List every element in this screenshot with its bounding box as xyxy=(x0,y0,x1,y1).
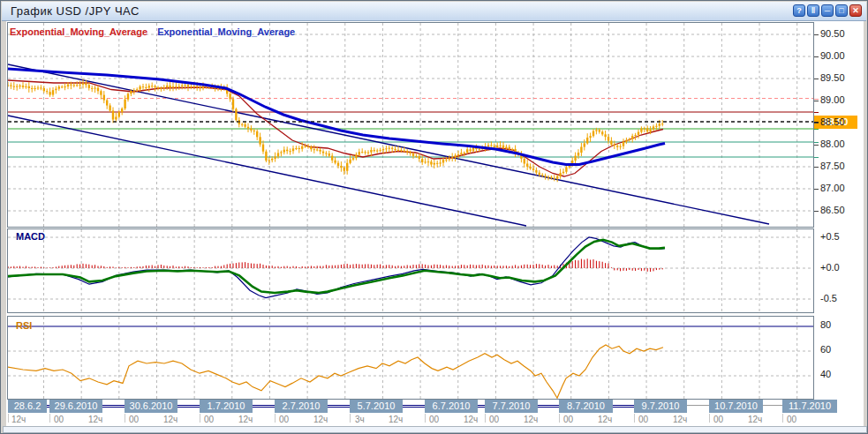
date-connector xyxy=(328,405,350,408)
time-label: 12ч xyxy=(748,415,762,424)
price-axis-tick xyxy=(814,34,819,35)
date-connector xyxy=(177,405,200,408)
day-separator xyxy=(200,414,200,423)
price-axis-label: 86.50 xyxy=(820,205,845,215)
date-label: 7.7.2010 xyxy=(485,400,538,413)
window-title: График USD /JPY ЧАС xyxy=(2,4,140,18)
time-label: 12ч xyxy=(598,415,612,424)
time-label: 3ч xyxy=(355,415,365,424)
rsi-axis-label: 60 xyxy=(820,344,831,355)
time-label: 00 xyxy=(279,415,289,424)
pause-button[interactable]: ‖ xyxy=(807,4,819,17)
time-label: 12ч xyxy=(313,415,328,424)
time-label: 12ч xyxy=(524,415,538,424)
macd-axis-label: +0.0 xyxy=(820,262,840,273)
macd-panel[interactable] xyxy=(7,228,814,313)
chart-window: График USD /JPY ЧАС ? ‖ ─ □ ✕ Exponentia… xyxy=(0,0,868,434)
price-axis-tick xyxy=(814,189,819,190)
price-axis-tick xyxy=(814,123,819,123)
day-separator xyxy=(782,414,783,423)
price-chart-panel[interactable] xyxy=(7,22,814,228)
rsi-canvas xyxy=(8,317,813,399)
date-connector xyxy=(613,405,634,408)
price-axis-label: 88.00 xyxy=(820,138,845,149)
day-separator xyxy=(485,414,486,423)
help-button[interactable]: ? xyxy=(793,4,805,17)
rsi-label: RSI xyxy=(16,320,32,331)
ema-fast-label: Exponential_Moving_Average xyxy=(10,26,147,37)
macd-label: MACD xyxy=(16,231,45,242)
time-label: 12ч xyxy=(88,415,102,424)
time-label: 00 xyxy=(429,415,439,424)
level-tick xyxy=(814,129,819,130)
time-label: 12ч xyxy=(673,415,687,424)
date-label: 29.6.2010 xyxy=(49,400,102,413)
day-separator xyxy=(634,414,635,423)
macd-canvas xyxy=(8,229,813,312)
level-tick xyxy=(814,142,819,143)
date-connector xyxy=(403,405,425,408)
day-separator xyxy=(709,414,710,423)
time-label: 00 xyxy=(489,415,499,424)
date-label: 10.7.2010 xyxy=(709,400,763,413)
date-label: 6.7.2010 xyxy=(425,400,478,413)
price-axis-tick xyxy=(814,79,819,79)
price-axis-label: 88.50 xyxy=(820,116,845,127)
price-axis-tick xyxy=(814,145,819,146)
day-separator xyxy=(350,414,351,423)
time-label: 12ч xyxy=(464,415,478,424)
macd-axis-label: +0.5 xyxy=(820,231,840,242)
price-axis-tick xyxy=(814,56,819,57)
date-label: 5.7.2010 xyxy=(350,400,403,413)
time-label: 12ч xyxy=(389,415,403,424)
price-axis-label: 90.50 xyxy=(820,28,845,39)
day-separator xyxy=(125,414,125,423)
level-tick xyxy=(814,157,819,158)
ema-slow-label: Exponential_Moving_Average xyxy=(157,26,295,37)
date-label: 28.6.2 xyxy=(8,400,47,413)
date-label: 11.7.2010 xyxy=(782,400,837,413)
time-label: 00 xyxy=(204,415,214,424)
price-axis-label: 90.00 xyxy=(820,50,845,61)
day-separator xyxy=(275,414,275,423)
date-label: 8.7.2010 xyxy=(559,400,613,413)
minimize-button[interactable]: ─ xyxy=(821,4,834,17)
time-label: 00 xyxy=(713,415,723,424)
time-label: 12ч xyxy=(238,415,253,424)
price-axis-tick xyxy=(814,101,819,101)
date-connector xyxy=(102,405,125,408)
date-label: 1.7.2010 xyxy=(200,400,253,413)
day-separator xyxy=(8,414,9,423)
day-separator xyxy=(425,414,426,423)
horizontal-scrollbar[interactable] xyxy=(3,426,867,433)
price-axis-label: 89.00 xyxy=(820,94,845,105)
time-label: 00 xyxy=(54,415,64,424)
macd-axis-label: -0.5 xyxy=(820,293,837,303)
price-axis-tick xyxy=(814,167,819,168)
window-controls: ? ‖ ─ □ ✕ xyxy=(793,4,862,17)
price-axis-label: 87.50 xyxy=(820,161,845,171)
date-label: 9.7.2010 xyxy=(634,400,687,413)
date-connector xyxy=(687,405,709,407)
price-chart-canvas xyxy=(8,23,813,227)
close-button[interactable]: ✕ xyxy=(849,4,862,17)
time-label: 00 xyxy=(563,415,573,424)
time-label: 12ч xyxy=(163,415,177,424)
date-label: 2.7.2010 xyxy=(275,400,328,413)
date-connector xyxy=(253,405,275,408)
date-connector xyxy=(478,405,485,408)
rsi-panel[interactable] xyxy=(7,316,814,400)
level-tick xyxy=(814,122,819,123)
price-axis-label: 87.00 xyxy=(820,183,845,193)
price-axis-label: 89.50 xyxy=(820,72,845,83)
title-bar[interactable]: График USD /JPY ЧАС ? ‖ ─ □ ✕ xyxy=(2,2,866,21)
time-label: 00 xyxy=(129,415,139,424)
day-separator xyxy=(49,414,50,423)
price-axis-tick xyxy=(814,211,819,212)
day-separator xyxy=(559,414,560,423)
date-connector xyxy=(763,405,782,407)
maximize-button[interactable]: □ xyxy=(835,4,848,17)
time-label: 00 xyxy=(787,415,796,424)
level-tick xyxy=(814,99,819,100)
time-label: 12ч xyxy=(11,415,26,424)
